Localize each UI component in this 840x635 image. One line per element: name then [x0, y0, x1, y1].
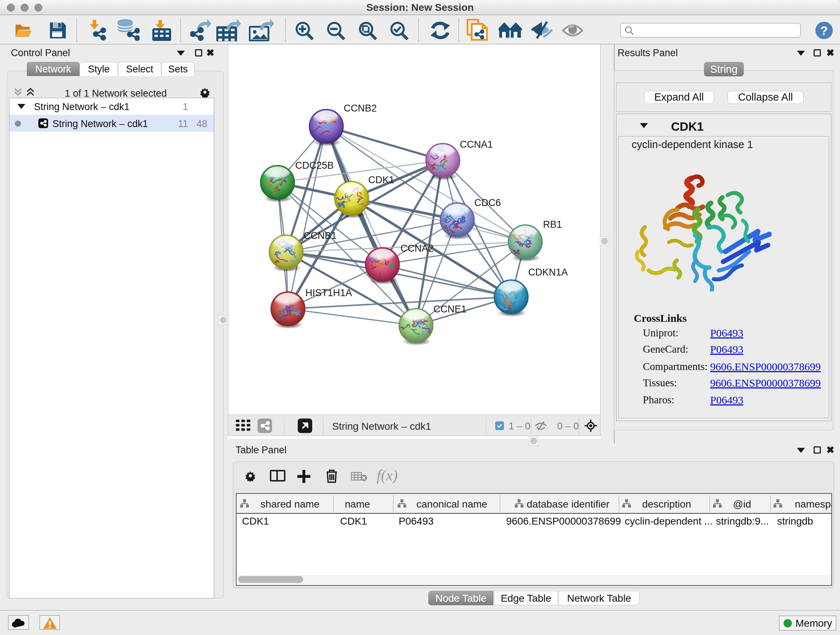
svg-text:CCNA1: CCNA1	[460, 139, 493, 150]
svg-text:CDC25B: CDC25B	[295, 160, 334, 171]
svg-text:CCNE1: CCNE1	[433, 304, 467, 315]
svg-text:CDKN1A: CDKN1A	[528, 267, 568, 278]
svg-text:CDK1: CDK1	[368, 174, 394, 185]
svg-text:RB1: RB1	[543, 219, 562, 230]
svg-text:CCNB1: CCNB1	[303, 230, 337, 241]
svg-text:HIST1H1A: HIST1H1A	[305, 287, 352, 298]
svg-text:CCNB2: CCNB2	[344, 103, 377, 114]
svg-text:CDC6: CDC6	[474, 197, 501, 208]
svg-text:CCNA2: CCNA2	[401, 243, 434, 254]
